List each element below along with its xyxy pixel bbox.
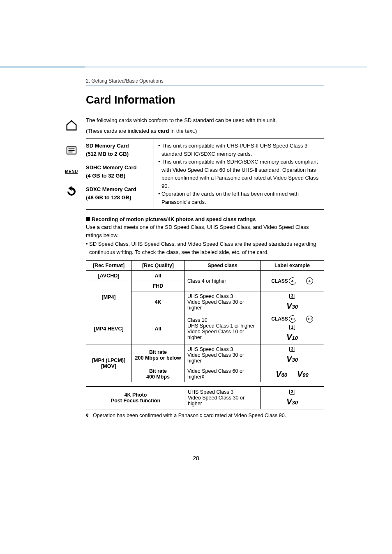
cell-mp4lpcm: [MP4 (LPCM)] [MOV]: [86, 344, 131, 382]
cell-all: All: [131, 271, 185, 281]
header-strip: [0, 66, 367, 68]
divider: [86, 85, 324, 86]
sdxc-card-title: SDXC Memory Card: [86, 185, 151, 194]
speed-class-table: [Rec Format] [Rec Quality] Speed class L…: [86, 260, 324, 382]
subheading: Recording of motion pictures/4K photos a…: [86, 216, 324, 222]
sdxc-card-cap: (48 GB to 128 GB): [86, 194, 151, 202]
cell-br400: Bit rate 400 Mbps: [131, 366, 185, 382]
cell-4kphoto: 4K Photo Post Focus function: [86, 387, 185, 409]
cell-label-hevc: CLASS10 10 1 V10: [261, 313, 324, 344]
card-compat-box: SD Memory Card (512 MB to 2 GB) SDHC Mem…: [86, 138, 324, 210]
cell-hevc-all: All: [131, 313, 185, 344]
cell-class4: Class 4 or higher: [185, 271, 261, 291]
home-icon[interactable]: [65, 119, 78, 133]
cell-br200: Bit rate 200 Mbps or below: [131, 344, 185, 366]
footnote: ¢ Operation has been confirmed with a Pa…: [86, 413, 324, 418]
cell-avchd: [AVCHD]: [86, 271, 131, 281]
cell-mp4hevc: [MP4 HEVC]: [86, 313, 131, 344]
cell-hevc-speed: Class 10 UHS Speed Class 1 or higher Vid…: [185, 313, 261, 344]
card-compat-notes: •This unit is compatible with UHS-Ⅰ/UHS-…: [154, 138, 324, 209]
cell-uhs3: UHS Speed Class 3 Video Speed Class 30 o…: [185, 291, 261, 313]
sd-card-title: SD Memory Card: [86, 142, 151, 150]
cell-label-br400: V60 V90: [261, 366, 324, 382]
card-types-list: SD Memory Card (512 MB to 2 GB) SDHC Mem…: [86, 138, 154, 209]
cell-mp4: [MP4]: [86, 281, 131, 313]
th-speed-class: Speed class: [185, 261, 261, 271]
cell-label-class4: CLASS4 4: [261, 271, 324, 291]
contents-icon[interactable]: [65, 144, 78, 158]
menu-icon[interactable]: MENU: [65, 169, 78, 174]
cell-br200-speed: UHS Speed Class 3 Video Speed Class 30 o…: [185, 344, 261, 366]
sub-note: •SD Speed Class, UHS Speed Class, and Vi…: [86, 240, 324, 256]
cell-br400-speed: Video Speed Class 60 or higher¢: [185, 366, 261, 382]
cell-4kphoto-speed: UHS Speed Class 3 Video Speed Class 30 o…: [185, 387, 261, 409]
cell-label-4kphoto: 3 V30: [261, 387, 324, 409]
page-number: 28: [0, 455, 392, 462]
sdhc-card-title: SDHC Memory Card: [86, 164, 151, 172]
page-content: 2. Getting Started/Basic Operations Card…: [86, 78, 324, 418]
cell-fhd: FHD: [131, 281, 185, 291]
sidebar-nav: MENU: [62, 119, 81, 199]
page-title: Card Information: [86, 94, 324, 106]
sdhc-card-cap: (4 GB to 32 GB): [86, 172, 151, 180]
sub-para: Use a card that meets one of the SD Spee…: [86, 223, 324, 239]
th-label-example: Label example: [261, 261, 324, 271]
intro-text-2: (These cards are indicated as card in th…: [86, 127, 324, 135]
back-icon[interactable]: [65, 185, 78, 199]
cell-label-uhs3: 3 V30: [261, 291, 324, 313]
cell-label-br200: 3 V30: [261, 344, 324, 366]
intro-text: The following cards which conform to the…: [86, 116, 324, 125]
cell-4k: 4K: [131, 291, 185, 313]
sd-card-cap: (512 MB to 2 GB): [86, 150, 151, 158]
th-rec-format: [Rec Format]: [86, 261, 131, 271]
speed-class-table-2: 4K Photo Post Focus function UHS Speed C…: [86, 386, 324, 409]
th-rec-quality: [Rec Quality]: [131, 261, 185, 271]
breadcrumb: 2. Getting Started/Basic Operations: [86, 78, 324, 84]
